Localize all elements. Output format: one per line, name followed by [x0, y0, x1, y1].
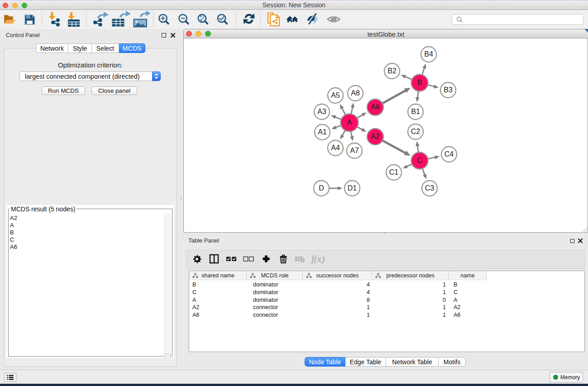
svg-text:B3: B3 [444, 86, 453, 94]
svg-text:A6: A6 [371, 103, 380, 111]
svg-text:A5: A5 [331, 91, 340, 99]
svg-text:C: C [417, 157, 422, 164]
svg-text:A4: A4 [331, 144, 340, 152]
svg-text:C1: C1 [389, 168, 399, 176]
svg-text:C2: C2 [411, 128, 421, 135]
svg-text:B2: B2 [387, 67, 397, 75]
svg-text:A1: A1 [318, 128, 327, 136]
svg-text:D: D [319, 184, 324, 192]
svg-text:A3: A3 [317, 108, 326, 115]
svg-text:A: A [347, 119, 352, 126]
svg-text:B1: B1 [411, 108, 420, 115]
svg-text:C3: C3 [425, 184, 435, 192]
svg-text:A7: A7 [350, 147, 359, 154]
svg-text:C4: C4 [445, 150, 454, 158]
svg-text:B: B [417, 79, 422, 86]
svg-text:f(x): f(x) [311, 253, 325, 264]
svg-text:D1: D1 [348, 184, 357, 192]
svg-text:B4: B4 [424, 50, 433, 58]
svg-text:A2: A2 [371, 133, 380, 140]
svg-text:A8: A8 [351, 89, 360, 97]
